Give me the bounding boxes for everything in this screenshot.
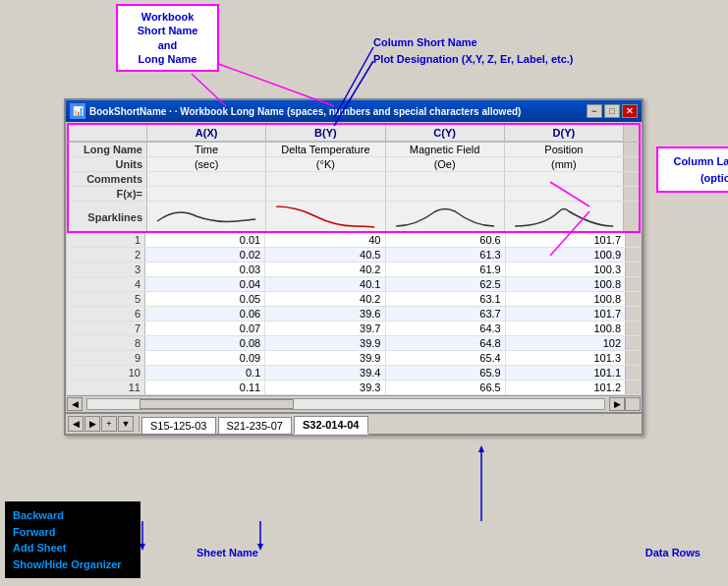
col-a-units[interactable]: (sec)	[147, 157, 266, 171]
h-scroll-thumb[interactable]	[140, 399, 295, 409]
cell-a-9[interactable]: 0.09	[145, 351, 265, 365]
table-row: 5 0.05 40.2 63.1 100.8	[67, 292, 641, 307]
label-comments: Comments	[69, 172, 147, 186]
h-scroll-right[interactable]: ▶	[609, 397, 625, 411]
col-b-comments[interactable]	[266, 172, 385, 186]
col-c-fx[interactable]	[386, 187, 505, 201]
col-b-fx[interactable]	[266, 187, 385, 201]
table-row: 10 0.1 39.4 65.9 101.1	[67, 366, 641, 381]
h-scroll-left[interactable]: ◀	[67, 397, 83, 411]
col-a-fx[interactable]	[147, 187, 266, 201]
cell-d-11[interactable]: 101.2	[506, 381, 625, 394]
col-a-long-name[interactable]: Time	[147, 143, 266, 156]
cell-b-9[interactable]: 39.9	[265, 351, 385, 365]
sheet-tab-3[interactable]: S32-014-04	[294, 416, 368, 435]
cell-c-7[interactable]: 64.3	[386, 322, 506, 335]
cell-a-5[interactable]: 0.05	[145, 292, 265, 306]
row-scrollbar-fill	[625, 233, 641, 247]
back-button[interactable]: ◀	[68, 416, 84, 432]
cell-a-11[interactable]: 0.11	[145, 381, 265, 394]
cell-d-10[interactable]: 101.1	[506, 366, 625, 380]
col-d-long-name[interactable]: Position	[505, 143, 623, 156]
col-d-fx[interactable]	[505, 187, 623, 201]
cell-c-8[interactable]: 64.8	[386, 336, 506, 350]
cell-c-1[interactable]: 60.6	[386, 233, 506, 247]
cell-b-11[interactable]: 39.3	[265, 381, 385, 394]
cell-b-3[interactable]: 40.2	[265, 263, 385, 276]
col-d-sparkline	[505, 202, 623, 231]
cell-a-7[interactable]: 0.07	[145, 322, 265, 335]
cell-d-2[interactable]: 100.9	[506, 248, 625, 262]
col-a-comments[interactable]	[147, 172, 266, 186]
cell-b-7[interactable]: 39.7	[265, 322, 385, 335]
row-number: 9	[67, 351, 145, 365]
dropdown-button[interactable]: ▼	[118, 416, 134, 432]
col-d-units[interactable]: (mm)	[505, 157, 623, 171]
col-c-comments[interactable]	[386, 172, 505, 186]
cell-d-7[interactable]: 100.8	[506, 322, 625, 335]
cell-a-8[interactable]: 0.08	[145, 336, 265, 350]
cell-d-8[interactable]: 102	[506, 336, 625, 350]
cell-b-2[interactable]: 40.5	[265, 248, 385, 262]
cell-b-5[interactable]: 40.2	[265, 292, 385, 306]
minimize-button[interactable]: −	[587, 104, 602, 118]
cell-b-8[interactable]: 39.9	[265, 336, 385, 350]
column-short-name-callout: Column Short Name Plot Designation (X,Y,…	[373, 34, 574, 67]
cell-c-5[interactable]: 63.1	[386, 292, 506, 306]
cell-d-3[interactable]: 100.3	[506, 263, 625, 276]
cell-b-6[interactable]: 39.6	[265, 307, 385, 321]
cell-a-4[interactable]: 0.04	[145, 277, 265, 291]
col-b-long-name[interactable]: Delta Temperature	[266, 143, 385, 156]
cell-d-6[interactable]: 101.7	[506, 307, 625, 321]
row-scrollbar-fill	[625, 366, 641, 380]
table-row: 1 0.01 40 60.6 101.7	[67, 233, 641, 248]
title-buttons: − □ ✕	[587, 104, 638, 118]
cell-a-6[interactable]: 0.06	[145, 307, 265, 321]
cell-b-10[interactable]: 39.4	[265, 366, 385, 380]
h-scroll-track[interactable]	[86, 398, 605, 410]
add-sheet-button[interactable]: +	[101, 416, 117, 432]
sheet-tab-2[interactable]: S21-235-07	[218, 417, 293, 434]
col-header-B[interactable]: B(Y)	[266, 125, 385, 142]
cell-d-5[interactable]: 100.8	[506, 292, 625, 306]
col-a-sparkline	[147, 202, 266, 231]
cell-a-10[interactable]: 0.1	[145, 366, 265, 380]
col-label-rows-callout: Column Label Rows(optional)	[656, 146, 728, 193]
col-header-C[interactable]: C(Y)	[386, 125, 505, 142]
fx-row: F(x)=	[69, 187, 639, 202]
cell-c-4[interactable]: 62.5	[386, 277, 506, 291]
cell-a-2[interactable]: 0.02	[145, 248, 265, 262]
cell-d-1[interactable]: 101.7	[506, 233, 625, 247]
col-header-D[interactable]: D(Y)	[505, 125, 623, 142]
cell-b-4[interactable]: 40.1	[265, 277, 385, 291]
col-header-A[interactable]: A(X)	[147, 125, 266, 142]
h-scrollbar[interactable]: ◀ ▶	[67, 395, 641, 411]
cell-d-4[interactable]: 100.8	[506, 277, 625, 291]
col-d-comments[interactable]	[505, 172, 623, 186]
cell-c-3[interactable]: 61.9	[386, 263, 506, 276]
cell-c-11[interactable]: 66.5	[386, 381, 506, 394]
cell-b-1[interactable]: 40	[265, 233, 385, 247]
cell-c-9[interactable]: 65.4	[386, 351, 506, 365]
forward-button[interactable]: ▶	[84, 416, 100, 432]
col-b-units[interactable]: (°K)	[266, 157, 385, 171]
row-number: 2	[67, 248, 145, 262]
cell-c-2[interactable]: 61.3	[386, 248, 506, 262]
window-inner: Column Label Rows(optional) A(X) B(Y) C(…	[66, 122, 642, 434]
cell-a-1[interactable]: 0.01	[145, 233, 265, 247]
table-row: 11 0.11 39.3 66.5 101.2	[67, 381, 641, 395]
svg-marker-9	[478, 445, 484, 452]
cell-d-9[interactable]: 101.3	[506, 351, 625, 365]
label-long-name: Long Name	[69, 143, 147, 156]
maximize-button[interactable]: □	[604, 104, 620, 118]
sheet-tab-1[interactable]: S15-125-03	[141, 417, 216, 434]
row-number: 8	[67, 336, 145, 350]
spreadsheet: A(X) B(Y) C(Y) D(Y) Long Name Time Delta…	[66, 122, 642, 412]
cell-a-3[interactable]: 0.03	[145, 263, 265, 276]
col-c-units[interactable]: (Oe)	[386, 157, 505, 171]
cell-c-10[interactable]: 65.9	[386, 366, 506, 380]
col-c-long-name[interactable]: Magnetic Field	[386, 143, 505, 156]
row-scrollbar-fill	[625, 277, 641, 291]
close-button[interactable]: ✕	[622, 104, 638, 118]
cell-c-6[interactable]: 63.7	[386, 307, 506, 321]
